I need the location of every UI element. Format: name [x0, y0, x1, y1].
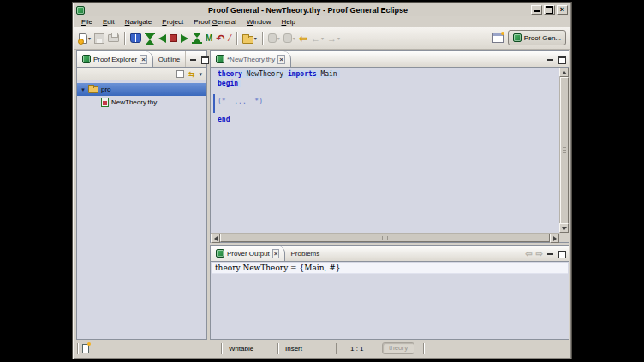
- tree-item-label: pro: [101, 86, 111, 93]
- dropdown-caret-icon[interactable]: ▾: [277, 35, 280, 41]
- tab-close-icon[interactable]: [272, 250, 280, 258]
- horizontal-scrollbar[interactable]: [211, 233, 559, 242]
- main-toolbar: ▾▾▾▾▾▾ Proof Gen...: [74, 27, 570, 50]
- stop-icon[interactable]: [168, 30, 179, 47]
- print-icon[interactable]: [106, 30, 121, 47]
- view-minimize-icon[interactable]: [546, 56, 554, 63]
- dropdown-caret-icon[interactable]: ▾: [88, 35, 91, 41]
- new-wizard-icon[interactable]: ▾: [77, 30, 92, 47]
- goto-icon[interactable]: [190, 30, 204, 47]
- restart-icon[interactable]: [214, 30, 226, 47]
- code-line[interactable]: [218, 106, 559, 116]
- back-icon[interactable]: ▾: [309, 30, 325, 47]
- next-step-icon[interactable]: [179, 30, 190, 47]
- editor-tabstrip: *NewTheory.thy: [211, 51, 569, 68]
- menubar: FileEditNavigateProjectProof GeneralWind…: [74, 16, 570, 27]
- interrupt-icon[interactable]: [226, 30, 232, 47]
- open-perspective-icon[interactable]: [492, 33, 504, 43]
- theory-editor-icon: [216, 55, 224, 63]
- forward-icon[interactable]: ▾: [325, 30, 342, 47]
- close-button[interactable]: [557, 5, 568, 15]
- dropdown-caret-icon[interactable]: ▾: [293, 35, 295, 41]
- proof-general-perspective-icon: [513, 33, 522, 42]
- vertical-scrollbar[interactable]: [559, 68, 569, 233]
- open-folder-icon: [88, 86, 98, 93]
- vertical-scroll-thumb[interactable]: [560, 77, 569, 223]
- last-edit-location-icon[interactable]: [297, 30, 309, 47]
- scroll-up-icon[interactable]: [559, 68, 569, 77]
- toolbar-separator: [236, 32, 237, 45]
- dropdown-caret-icon[interactable]: ▾: [254, 35, 257, 41]
- scroll-right-icon[interactable]: [550, 234, 559, 243]
- dropdown-caret-icon[interactable]: ▾: [321, 35, 324, 41]
- explorer-tabstrip: Proof Explorer Outline: [77, 51, 206, 68]
- back-disabled-icon[interactable]: ⇦: [525, 249, 532, 258]
- forward-disabled-icon[interactable]: ⇨: [536, 249, 543, 258]
- code-line[interactable]: theory NewTheory imports Main: [218, 70, 559, 80]
- collapse-all-icon[interactable]: [176, 70, 184, 78]
- tab-close-icon[interactable]: [140, 56, 147, 63]
- scroll-down-icon[interactable]: [559, 223, 569, 233]
- fast-view-icon[interactable]: [82, 344, 89, 353]
- view-minimize-icon[interactable]: [189, 56, 197, 63]
- tab-problems[interactable]: Problems: [285, 246, 325, 261]
- process-all-icon[interactable]: [204, 30, 214, 47]
- view-maximize-icon[interactable]: [558, 56, 565, 63]
- menu-item-proof-general[interactable]: Proof General: [189, 17, 241, 27]
- menu-item-window[interactable]: Window: [242, 17, 275, 27]
- tab-label: Prover Output: [227, 250, 270, 258]
- menu-item-navigate[interactable]: Navigate: [121, 17, 157, 27]
- theory-file-icon: [101, 98, 109, 107]
- run-icon[interactable]: ▾: [266, 30, 282, 47]
- app-window: Proof General - NewTheory.thy - Proof Ge…: [72, 2, 572, 359]
- editor-body: theory NewTheory imports Mainbegin (* ..…: [211, 68, 569, 242]
- menu-item-edit[interactable]: Edit: [98, 17, 119, 27]
- prover-book-icon[interactable]: [128, 30, 143, 47]
- view-menu-icon[interactable]: [199, 71, 202, 78]
- scrollbar-corner: [559, 233, 569, 242]
- app-icon: [76, 6, 85, 15]
- scroll-left-icon[interactable]: [211, 234, 220, 243]
- caret-position-status: 1 : 1: [350, 345, 364, 353]
- maximize-button[interactable]: [544, 5, 555, 15]
- code-line[interactable]: [218, 88, 559, 98]
- toolbar-separator: [262, 32, 263, 45]
- code-area[interactable]: theory NewTheory imports Mainbegin (* ..…: [211, 68, 559, 233]
- theory-state-button[interactable]: theory: [382, 342, 414, 354]
- explorer-toolbar: [77, 68, 206, 80]
- link-with-editor-icon[interactable]: [188, 70, 195, 79]
- view-maximize-icon[interactable]: [200, 56, 208, 63]
- statusbar: Writable Insert 1 : 1 theory: [74, 341, 570, 358]
- undo-step-icon[interactable]: [157, 30, 168, 47]
- output-body: theory NewTheory = {Main, #}: [211, 262, 569, 339]
- debug-icon[interactable]: ▾: [282, 30, 297, 47]
- insert-mode-status: Insert: [285, 345, 302, 353]
- save-icon[interactable]: [92, 30, 106, 47]
- view-minimize-icon[interactable]: [546, 250, 554, 258]
- code-line[interactable]: begin: [218, 80, 559, 89]
- tab-newtheory-thy[interactable]: *NewTheory.thy: [211, 51, 291, 67]
- retract-all-icon[interactable]: [143, 30, 157, 47]
- prover-output-icon: [216, 249, 224, 258]
- expander-icon[interactable]: [80, 87, 86, 92]
- tab-proof-explorer[interactable]: Proof Explorer: [77, 51, 153, 67]
- open-folder-icon[interactable]: ▾: [241, 30, 259, 47]
- view-maximize-icon[interactable]: [558, 250, 565, 258]
- code-line[interactable]: end: [218, 116, 559, 125]
- tab-outline[interactable]: Outline: [153, 51, 186, 67]
- tree-item-pro[interactable]: pro: [77, 83, 206, 96]
- editor-view: *NewTheory.thy theory NewTheory imports …: [210, 50, 569, 243]
- tree-item-newtheory-thy[interactable]: NewTheory.thy: [77, 96, 206, 109]
- perspective-button[interactable]: Proof Gen...: [508, 30, 566, 45]
- project-tree: proNewTheory.thy: [77, 80, 206, 339]
- minimize-button[interactable]: [531, 5, 542, 15]
- horizontal-scroll-thumb[interactable]: [220, 234, 550, 242]
- menu-item-help[interactable]: Help: [277, 17, 299, 27]
- menu-item-project[interactable]: Project: [158, 17, 188, 27]
- code-line[interactable]: (* ... *): [218, 98, 559, 107]
- menu-item-file[interactable]: File: [77, 17, 97, 27]
- tab-close-icon[interactable]: [277, 56, 285, 63]
- proof-explorer-view: Proof Explorer Outline proNewTheory.thy: [76, 50, 207, 340]
- dropdown-caret-icon[interactable]: ▾: [337, 35, 340, 41]
- tab-prover-output[interactable]: Prover Output: [211, 246, 285, 261]
